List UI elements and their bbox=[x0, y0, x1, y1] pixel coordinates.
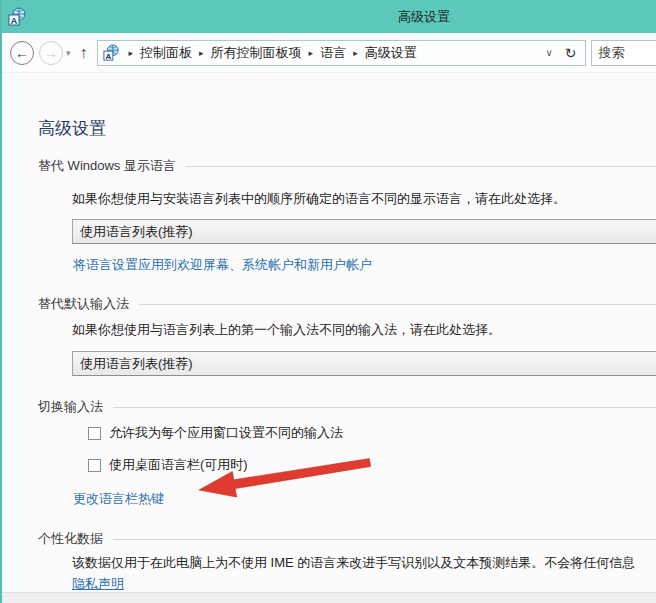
section-override-display-language: 替代 Windows 显示语言 bbox=[38, 157, 656, 175]
desktop-language-bar-checkbox[interactable] bbox=[88, 459, 101, 472]
breadcrumb-separator-icon: ▸ bbox=[192, 48, 211, 58]
language-icon: A bbox=[103, 44, 120, 61]
red-annotation-arrow bbox=[196, 458, 374, 500]
breadcrumb-separator-icon: ▸ bbox=[346, 48, 365, 58]
dialog-footer-strip bbox=[0, 592, 656, 603]
forward-icon: → bbox=[44, 45, 58, 61]
svg-text:A: A bbox=[11, 16, 18, 26]
svg-text:A: A bbox=[105, 52, 111, 61]
breadcrumb-control-panel[interactable]: 控制面板 bbox=[140, 44, 192, 62]
section-override-default-input: 替代默认输入法 bbox=[38, 295, 656, 313]
titlebar: A 高级设置 bbox=[0, 0, 656, 33]
section-switch-input-methods: 切换输入法 bbox=[38, 398, 656, 416]
breadcrumb-all-items[interactable]: 所有控制面板项 bbox=[211, 44, 302, 62]
up-button[interactable]: ↑ bbox=[80, 44, 88, 62]
language-app-icon: A bbox=[8, 7, 27, 26]
display-language-description: 如果你想使用与安装语言列表中的顺序所确定的语言不同的显示语言，请在此处选择。 bbox=[72, 190, 656, 208]
page-title: 高级设置 bbox=[38, 117, 656, 140]
section-divider bbox=[113, 407, 656, 408]
default-input-description: 如果你想使用与语言列表上的第一个输入法不同的输入法，请在此处选择。 bbox=[72, 321, 656, 339]
forward-button[interactable]: → bbox=[39, 41, 63, 65]
address-dropdown-icon[interactable]: ∨ bbox=[537, 47, 560, 58]
search-input[interactable]: 搜索 bbox=[591, 40, 656, 66]
section-title: 个性化数据 bbox=[38, 530, 103, 548]
navigation-bar: ← → ▾ ↑ A ▸ 控制面板 ▸ 所有控制面板项 ▸ 语言 ▸ 高级设置 ∨ bbox=[0, 33, 656, 73]
per-app-input-checkbox[interactable] bbox=[88, 427, 101, 440]
display-language-dropdown-value: 使用语言列表(推荐) bbox=[80, 223, 193, 241]
advanced-settings-window: A 高级设置 ← → ▾ ↑ A ▸ 控制面板 ▸ 所有控制面板项 ▸ 语言 bbox=[0, 0, 656, 603]
address-bar[interactable]: A ▸ 控制面板 ▸ 所有控制面板项 ▸ 语言 ▸ 高级设置 ∨ ↻ bbox=[97, 40, 586, 66]
apply-language-settings-link[interactable]: 将语言设置应用到欢迎屏幕、系统帐户和新用户帐户 bbox=[73, 257, 372, 272]
section-title: 切换输入法 bbox=[38, 398, 103, 416]
default-input-dropdown-value: 使用语言列表(推荐) bbox=[80, 355, 193, 373]
section-divider bbox=[113, 539, 656, 540]
refresh-icon[interactable]: ↻ bbox=[561, 45, 581, 61]
back-icon: ← bbox=[15, 45, 29, 61]
display-language-dropdown[interactable]: 使用语言列表(推荐) bbox=[72, 219, 656, 244]
history-dropdown-button[interactable]: ▾ bbox=[66, 48, 71, 58]
section-title: 替代默认输入法 bbox=[38, 295, 129, 313]
section-title: 替代 Windows 显示语言 bbox=[38, 157, 176, 175]
default-input-dropdown[interactable]: 使用语言列表(推荐) bbox=[72, 351, 656, 376]
breadcrumb-language[interactable]: 语言 bbox=[320, 44, 346, 62]
search-placeholder: 搜索 bbox=[599, 44, 625, 62]
breadcrumb-separator-icon: ▸ bbox=[302, 48, 321, 58]
change-language-bar-hotkeys-link[interactable]: 更改语言栏热键 bbox=[73, 491, 164, 506]
breadcrumb-separator-icon: ▸ bbox=[122, 48, 141, 58]
window-title: 高级设置 bbox=[398, 0, 450, 33]
personalization-data-description: 该数据仅用于在此电脑上为不使用 IME 的语言来改进手写识别以及文本预测结果。不… bbox=[72, 554, 656, 572]
window-left-border bbox=[0, 0, 2, 603]
privacy-statement-link[interactable]: 隐私声明 bbox=[72, 576, 124, 591]
back-button[interactable]: ← bbox=[10, 41, 34, 65]
per-app-input-label: 允许我为每个应用窗口设置不同的输入法 bbox=[109, 424, 343, 442]
section-divider bbox=[186, 166, 656, 167]
section-personalization-data: 个性化数据 bbox=[38, 530, 656, 548]
breadcrumb-advanced-settings[interactable]: 高级设置 bbox=[365, 44, 417, 62]
per-app-input-checkbox-row: 允许我为每个应用窗口设置不同的输入法 bbox=[88, 424, 656, 442]
main-content: 高级设置 替代 Windows 显示语言 如果你想使用与安装语言列表中的顺序所确… bbox=[0, 73, 656, 593]
section-divider bbox=[139, 304, 656, 305]
